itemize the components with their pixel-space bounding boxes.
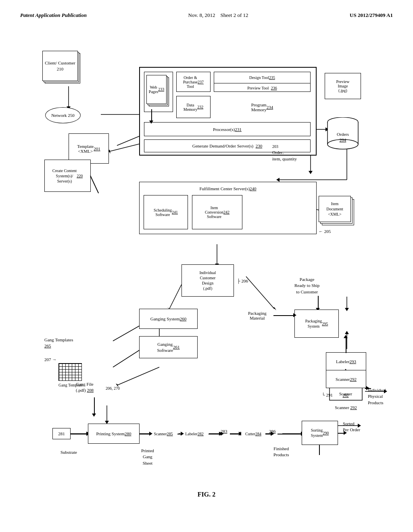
preview-image-box: PreviewImage(.jpg) [325,73,361,99]
individual-customer-box: IndividualCustomerDesign(.pdf) [181,264,234,297]
ganging-system-box: Ganging System260 [139,309,198,329]
header-date: Nov. 8, 2012 [188,12,215,18]
svg-line-52 [246,276,274,309]
finished-products-label: FinishedProducts [273,446,289,458]
cutter-284-box: Cutter284 [241,424,265,444]
svg-marker-51 [345,308,349,311]
labeler-293-box: Labeler293 [326,352,366,370]
ganging-software-box: GangingSoftware261 [139,336,198,358]
svg-marker-11 [309,171,313,174]
svg-line-4 [109,143,141,152]
package-ready-label: PackageReady to Shipto Customer [294,276,319,295]
scanner-285-box: Scanner285 [149,424,177,444]
page: Patent Application Publication Nov. 8, 2… [0,0,413,532]
substrate-label: Substrate [60,450,77,455]
svg-line-16 [169,285,181,309]
svg-line-24 [117,367,159,385]
packaging-system-box: PackagingSystem295 [294,310,339,338]
svg-line-22 [113,349,141,367]
page-header: Patent Application Publication Nov. 8, 2… [20,12,393,19]
ref-206-270: 206, 270 [106,386,120,391]
packaging-material-label: PackagingMaterial [248,311,267,320]
create-content-box: Create ContentSystem(s)/Server(s)220 [44,160,91,192]
order-text: 203 Order: item, quantity [272,143,297,162]
ref-283-label: 283 [221,429,227,434]
printed-gang-sheet-label: PrintedGangSheet [141,448,154,466]
sorting-system-box: SortingSystem290 [302,421,338,445]
individual-physical-label: IndividualPhysicalProducts [368,387,386,406]
svg-text:204: 204 [340,137,346,142]
svg-text:Orders: Orders [337,132,349,137]
figure-caption: FIG. 2 [20,491,393,498]
svg-line-8 [117,135,141,145]
item-document-box: ItemDocument<XML> ← 205 [319,196,363,234]
ref-207-label: 207 → [44,357,56,362]
ref-206-label: ├ 206 [237,278,248,283]
svg-line-18 [113,325,141,341]
header-right: US 2012/279409 A1 [350,12,393,19]
generate-demand-box: WebPages233 Order &PurchaseTool237 Desig… [139,67,317,156]
gang-templates-label: Gang Templates265 [44,337,73,349]
network-label: Network 250 [45,107,81,123]
ref-281-box: 281 [52,428,71,439]
svg-marker-60 [276,178,280,182]
header-sheet: Sheet 2 of 12 [221,12,248,18]
scanner-292-box: Scanner 292 [326,370,366,388]
orders-cylinder-svg: Orders 204 [327,117,359,152]
fulfillment-box: Fulfillment Center Server(s) 240 Schedul… [139,182,317,234]
client-label: Client/ Customer 210 [43,60,77,72]
orders-cylinder: Orders 204 [327,117,359,153]
printing-system-box: Printing System280 [88,424,140,444]
svg-marker-53 [273,307,276,310]
gang-file-label: Gang File(.pdf) 208 [76,381,94,394]
header-left: Patent Application Publication [20,12,87,19]
diagram: Client/ Customer 210 Network 250 WebPage… [20,27,393,502]
template-box: Template<XML>201 [69,133,109,164]
header-center: Nov. 8, 2012 Sheet 2 of 12 [188,12,248,19]
ref-291-label: └ 291 [322,393,333,397]
svg-marker-47 [345,331,349,334]
labeler-282-box: Labeler282 [180,424,209,444]
svg-text:292: 292 [343,393,349,398]
